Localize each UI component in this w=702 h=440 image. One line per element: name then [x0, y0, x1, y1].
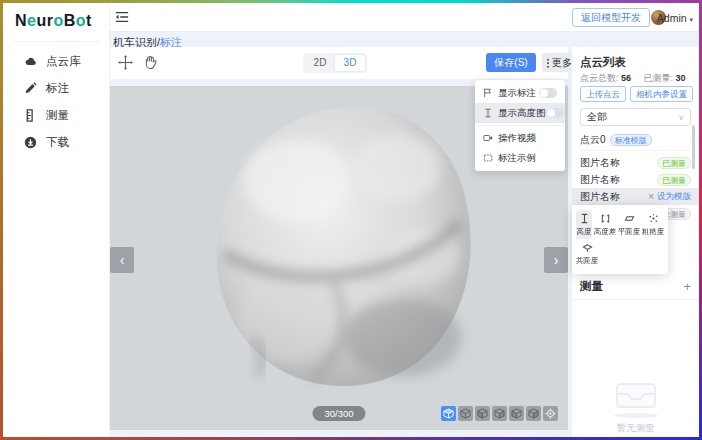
logo-gear-icon: o — [76, 12, 86, 29]
show-heightmap-toggle[interactable] — [546, 108, 564, 118]
mode-3d-button[interactable]: 3D — [335, 55, 365, 71]
measure-section-header: 测量 + — [580, 279, 691, 294]
sidebar-item-annotation[interactable]: 标注 — [3, 78, 110, 98]
image-list-item[interactable]: 图片名称 已测量 — [572, 171, 699, 188]
cloud-icon — [24, 55, 37, 68]
prev-image-button[interactable]: ‹ — [110, 247, 134, 273]
app-window: NeuroBot 点云库 标注 测量 下载 返回模型开发 Admi — [0, 0, 702, 440]
tool-label: 高度 — [577, 226, 592, 236]
add-measure-button[interactable]: + — [683, 282, 691, 292]
cube-icon — [494, 408, 505, 419]
measure-title: 测量 — [580, 279, 603, 294]
view-top-button[interactable] — [458, 406, 473, 421]
sidebar-item-label: 点云库 — [46, 54, 81, 69]
image-list-item[interactable]: 图片名称 已测量 — [572, 154, 699, 171]
roughness-tool-icon — [648, 213, 659, 224]
back-to-model-dev-button[interactable]: 返回模型开发 — [572, 8, 650, 27]
tool-label: 平面度 — [618, 226, 640, 236]
collapse-sidebar-icon[interactable] — [115, 11, 129, 23]
sidebar: NeuroBot 点云库 标注 测量 下载 — [3, 3, 110, 437]
flag-icon — [483, 88, 493, 98]
tools-row: 高度 高度差 平面度 粗糙度 — [575, 210, 665, 239]
show-annotation-toggle[interactable] — [539, 88, 557, 98]
filter-select[interactable]: 全部 ∨ — [580, 108, 691, 126]
tool-height[interactable]: 高度 — [576, 210, 592, 239]
tool-label: 粗糙度 — [642, 226, 664, 236]
empty-state: 暂无测量 — [572, 377, 699, 435]
upload-pointcloud-button[interactable]: 上传点云 — [580, 86, 626, 102]
menu-item-label: 显示高度图 — [498, 107, 546, 120]
app-logo: NeuroBot — [15, 12, 92, 30]
divider — [580, 150, 691, 151]
tool-flatness[interactable]: 平面度 — [618, 210, 640, 239]
logo-gear-icon: o — [53, 12, 63, 29]
reset-view-button[interactable] — [543, 406, 558, 421]
tool-coplanarity[interactable]: 共面度 — [576, 239, 598, 268]
view-side-button[interactable] — [492, 406, 507, 421]
crosshair-icon — [545, 408, 556, 419]
coplanarity-tool-icon — [582, 242, 593, 253]
sidebar-item-label: 标注 — [46, 81, 69, 96]
close-icon[interactable]: × — [648, 191, 654, 202]
sidebar-nav: 点云库 标注 测量 下载 — [3, 51, 110, 159]
logo-text: ur — [36, 12, 53, 29]
measured-value: 30 — [676, 73, 686, 83]
set-as-template-link[interactable]: 设为模版 — [657, 191, 691, 203]
menu-item-show-heightmap[interactable]: 显示高度图 — [475, 103, 565, 123]
cube-icon — [511, 408, 522, 419]
sidebar-item-label: 测量 — [46, 108, 69, 123]
text-height-icon — [483, 108, 493, 118]
vertical-dots-icon — [547, 58, 549, 68]
next-image-button[interactable]: › — [544, 247, 568, 273]
view-cube-toolbar — [441, 406, 558, 421]
image-list-item-selected[interactable]: 图片名称 × 设为模版 — [572, 188, 699, 205]
chevron-down-icon: ∨ — [678, 113, 684, 122]
sidebar-item-label: 下载 — [46, 135, 69, 150]
pointcloud-name: 点云0 — [580, 133, 606, 147]
logo-text: N — [15, 12, 27, 29]
save-button[interactable]: 保存(S) — [486, 53, 536, 72]
measured-tag: 已测量 — [657, 174, 691, 186]
view-back-button[interactable] — [509, 406, 524, 421]
cube-icon — [477, 408, 488, 419]
app-chrome: NeuroBot 点云库 标注 测量 下载 返回模型开发 Admi — [3, 3, 699, 437]
tool-label: 共面度 — [576, 255, 598, 265]
total-label: 点云总数: — [580, 73, 619, 83]
user-menu[interactable]: Admin ▾ — [657, 12, 693, 24]
total-value: 56 — [621, 73, 631, 83]
tool-icons — [118, 55, 158, 70]
pointcloud-item[interactable]: 点云0 标准模版 — [580, 133, 652, 147]
ruler-icon — [24, 109, 37, 122]
empty-box-icon — [614, 377, 658, 411]
menu-item-tutorial-video[interactable]: 操作视频 — [475, 128, 565, 148]
height-diff-tool-icon — [600, 213, 611, 224]
tools-row: 共面度 — [575, 239, 665, 268]
image-name: 图片名称 — [580, 190, 648, 204]
view-front-button[interactable] — [475, 406, 490, 421]
measured-label: 已测量: — [644, 73, 674, 83]
tool-height-diff[interactable]: 高度差 — [594, 210, 616, 239]
menu-item-annotation-example[interactable]: 标注示例 — [475, 148, 565, 168]
pan-hand-icon[interactable] — [143, 55, 158, 70]
sidebar-item-download[interactable]: 下载 — [3, 132, 110, 152]
camera-params-button[interactable]: 相机内参设置 — [630, 86, 693, 102]
tool-roughness[interactable]: 粗糙度 — [642, 210, 664, 239]
menu-item-label: 标注示例 — [498, 152, 557, 165]
sidebar-item-measure[interactable]: 测量 — [3, 105, 110, 125]
sidebar-item-pointcloud-library[interactable]: 点云库 — [3, 51, 110, 71]
logo-text: t — [86, 12, 92, 29]
cube-icon — [528, 408, 539, 419]
filter-value: 全部 — [587, 110, 607, 124]
view-bottom-button[interactable] — [526, 406, 541, 421]
list-scrollbar[interactable] — [692, 125, 695, 169]
canvas-toolbar: 2D 3D 保存(S) 更多 — [110, 47, 568, 79]
panel-buttons: 上传点云 相机内参设置 — [580, 86, 693, 102]
view-3d-button[interactable] — [441, 406, 456, 421]
tool-label: 高度差 — [594, 226, 616, 236]
download-icon — [24, 136, 37, 149]
image-name: 图片名称 — [580, 156, 657, 170]
menu-item-show-annotation[interactable]: 显示标注 — [475, 83, 565, 103]
mode-2d-button[interactable]: 2D — [305, 55, 335, 71]
move-tool-icon[interactable] — [118, 55, 133, 70]
pen-icon — [24, 82, 37, 95]
